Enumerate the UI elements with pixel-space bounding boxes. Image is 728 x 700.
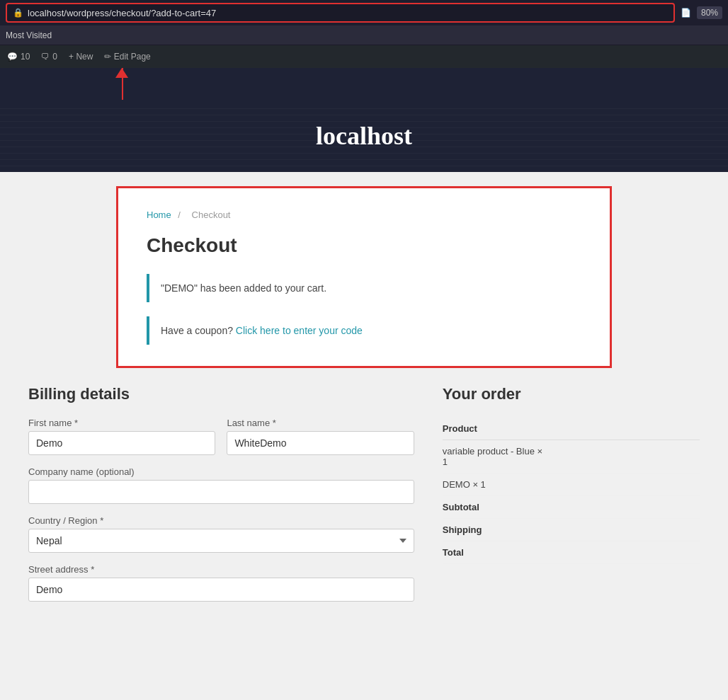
company-row: Company name (optional): [28, 466, 414, 504]
country-select[interactable]: Nepal India United States: [28, 529, 414, 553]
order-subtotal-row: Subtotal: [443, 496, 700, 519]
wp-admin-bar: 💬 10 🗨 0 + New ✏ Edit Page: [0, 45, 728, 68]
breadcrumb-separator: /: [178, 210, 181, 220]
red-arrow-head: [115, 68, 128, 78]
checkout-page-title: Checkout: [147, 234, 581, 257]
arrow-container: [0, 68, 728, 107]
coupon-box: Have a coupon? Click here to enter your …: [147, 316, 581, 345]
shield-icon: 🔒: [13, 8, 23, 18]
subtotal-label: Subtotal: [443, 496, 545, 519]
first-name-label: First name *: [28, 418, 215, 428]
order-product-1: variable product - Blue × 1: [443, 440, 545, 474]
address-bar-text: localhost/wordpress/checkout/?add-to-car…: [28, 8, 216, 18]
order-shipping-row: Shipping: [443, 519, 700, 541]
bookmarks-bar: Most Visited: [0, 25, 728, 45]
cart-notice-text: "DEMO" has been added to your cart.: [161, 282, 326, 294]
order-title: Your order: [443, 385, 700, 403]
page-content: Home / Checkout Checkout "DEMO" has been…: [0, 172, 728, 627]
order-table: Product variable product - Blue × 1 DEMO…: [443, 418, 700, 564]
edits-count: 0: [52, 52, 57, 62]
country-row: Country / Region * Nepal India United St…: [28, 515, 414, 553]
browser-titlebar: 🔒 localhost/wordpress/checkout/?add-to-c…: [0, 0, 728, 25]
breadcrumb: Home / Checkout: [147, 210, 581, 220]
zoom-level: 80%: [697, 6, 722, 19]
wp-comments-item[interactable]: 💬 10: [7, 52, 30, 62]
shipping-value: [545, 519, 700, 541]
company-input[interactable]: [28, 480, 414, 504]
order-total-row: Total: [443, 541, 700, 564]
last-name-label: Last name *: [227, 418, 414, 428]
browser-actions: 📄 80%: [681, 6, 722, 19]
new-label: + New: [69, 52, 93, 62]
comments-icon: 💬: [7, 52, 18, 62]
checkout-main-layout: Billing details First name * Last name *…: [14, 385, 714, 613]
wp-edit-page-button[interactable]: ✏ Edit Page: [104, 52, 150, 62]
reader-mode-icon: 📄: [681, 8, 691, 18]
breadcrumb-home[interactable]: Home: [147, 210, 171, 220]
wp-new-button[interactable]: + New: [69, 52, 93, 62]
site-title: localhost: [0, 121, 728, 151]
country-label: Country / Region *: [28, 515, 414, 526]
checkout-notice-section: Home / Checkout Checkout "DEMO" has been…: [116, 186, 612, 368]
coupon-link[interactable]: Click here to enter your code: [236, 325, 363, 336]
order-price-1: [545, 440, 700, 474]
company-group: Company name (optional): [28, 466, 414, 504]
wp-edits-item[interactable]: 🗨 0: [41, 52, 57, 62]
price-col-header: [545, 418, 700, 440]
edits-icon: 🗨: [41, 52, 50, 62]
first-name-group: First name *: [28, 418, 215, 455]
name-row: First name * Last name *: [28, 418, 414, 455]
first-name-input[interactable]: [28, 431, 215, 455]
site-header: localhost: [0, 107, 728, 172]
last-name-input[interactable]: [227, 431, 414, 455]
total-value: [545, 541, 700, 564]
street-label: Street address *: [28, 564, 414, 575]
browser-chrome: 🔒 localhost/wordpress/checkout/?add-to-c…: [0, 0, 728, 45]
billing-title: Billing details: [28, 385, 414, 403]
coupon-text: Have a coupon?: [161, 325, 233, 336]
comments-count: 10: [21, 52, 30, 62]
order-row-1: variable product - Blue × 1: [443, 440, 700, 474]
product-col-header: Product: [443, 418, 545, 440]
order-price-2: [545, 474, 700, 496]
edit-page-label: ✏ Edit Page: [104, 52, 150, 62]
last-name-group: Last name *: [227, 418, 414, 455]
browser-tabs: 🔒 localhost/wordpress/checkout/?add-to-c…: [6, 3, 675, 23]
billing-section: Billing details First name * Last name *…: [28, 385, 414, 613]
subtotal-value: [545, 496, 700, 519]
address-bar[interactable]: 🔒 localhost/wordpress/checkout/?add-to-c…: [6, 3, 675, 23]
country-group: Country / Region * Nepal India United St…: [28, 515, 414, 553]
order-section: Your order Product variable product - Bl…: [443, 385, 700, 613]
shipping-label: Shipping: [443, 519, 545, 541]
most-visited-label: Most Visited: [6, 30, 52, 40]
breadcrumb-current: Checkout: [192, 210, 231, 220]
cart-notice-box: "DEMO" has been added to your cart.: [147, 274, 581, 302]
total-label: Total: [443, 541, 545, 564]
street-input[interactable]: [28, 578, 414, 602]
order-product-2: DEMO × 1: [443, 474, 545, 496]
street-group: Street address *: [28, 564, 414, 602]
order-row-2: DEMO × 1: [443, 474, 700, 496]
street-row: Street address *: [28, 564, 414, 602]
company-label: Company name (optional): [28, 466, 414, 477]
